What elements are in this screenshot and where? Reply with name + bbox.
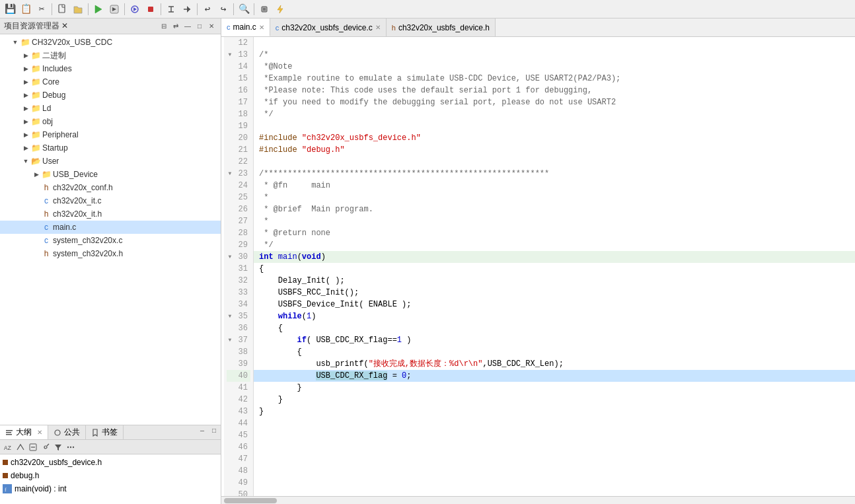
copy-btn[interactable]: 📋 (19, 2, 33, 17)
tab-public[interactable]: 公共 (48, 425, 86, 439)
redo-btn[interactable]: ↪ (216, 2, 231, 17)
outline-item-0[interactable]: ch32v20x_usbfs_device.h (0, 456, 221, 469)
tree-user[interactable]: ▼ 📂 User (0, 155, 221, 168)
hscroll-bar[interactable] (221, 496, 855, 504)
step-into-btn[interactable] (180, 2, 194, 17)
tree-obj[interactable]: ▶ 📁 obj (0, 115, 221, 128)
linenum-25-num: 25 (235, 192, 248, 203)
collapse-37[interactable]: ▼ (227, 334, 233, 346)
tree-arrow-usb-device[interactable]: ▶ (32, 171, 41, 178)
tree-usb-device[interactable]: ▶ 📁 USB_Device (0, 168, 221, 181)
debug-btn[interactable] (128, 2, 142, 17)
tree-file-system-c[interactable]: ▶ c system_ch32v20x.c (0, 234, 221, 247)
tree-ld[interactable]: ▶ 📁 Ld (0, 102, 221, 115)
tab-main-c[interactable]: c main.c ✕ (221, 18, 270, 36)
svg-text:f: f (5, 487, 7, 492)
minimize-btn[interactable]: — (182, 21, 193, 32)
filter-outline-btn[interactable] (53, 442, 63, 452)
tree-label-it-h: ch32v20x_it.h (53, 209, 102, 219)
tab-main-c-close[interactable]: ✕ (259, 24, 264, 31)
tree-file-it-c[interactable]: ▶ c ch32v20x_it.c (0, 194, 221, 207)
linenum-35-num: 35 (235, 310, 248, 322)
tree-arrow-core[interactable]: ▶ (21, 79, 30, 85)
tree-arrow-startup[interactable]: ▶ (21, 145, 30, 151)
tree-file-conf-h[interactable]: ▶ h ch32v20x_conf.h (0, 181, 221, 194)
code-editor[interactable]: 12 ▼13 14 15 16 17 18 19 20 21 22 ▼23 24… (221, 37, 855, 496)
code-content[interactable]: /* *@Note *Example routine to emulate a … (254, 37, 855, 496)
build-btn[interactable] (91, 2, 106, 17)
tree-includes[interactable]: ▶ 📁 Includes (0, 62, 221, 75)
tree-core[interactable]: ▶ 📁 Core (0, 75, 221, 89)
more-outline-btn[interactable] (65, 442, 76, 452)
outline-item-1[interactable]: debug.h (0, 469, 221, 482)
close-panel-btn[interactable]: ✕ (206, 21, 217, 32)
build-all-btn[interactable] (107, 2, 122, 17)
collapse-all-outline-btn[interactable] (28, 442, 38, 452)
linenum-39-num: 39 (235, 358, 248, 370)
sort-alpha-btn[interactable]: AZ (3, 442, 13, 452)
tree-arrow-obj[interactable]: ▶ (21, 118, 30, 125)
step-over-btn[interactable] (164, 2, 178, 17)
sort-type-btn[interactable] (15, 442, 26, 452)
link-editor-btn[interactable]: ⇄ (170, 21, 181, 32)
collapse-23[interactable]: ▼ (227, 168, 233, 180)
collapse-30[interactable]: ▼ (227, 251, 233, 263)
hscroll-thumb[interactable] (224, 498, 277, 503)
tree-file-it-h[interactable]: ▶ h ch32v20x_it.h (0, 207, 221, 221)
linenum-14-num: 14 (235, 61, 248, 73)
undo-btn[interactable]: ↩ (200, 2, 215, 17)
tree-arrow-ld[interactable]: ▶ (21, 105, 30, 112)
code-line-37: if( USB_CDC_RX_flag==1 ) (254, 334, 855, 346)
tree-arrow-peripheral[interactable]: ▶ (21, 131, 30, 138)
tab-usbfs-device-c[interactable]: c ch32v20x_usbfs_device.c ✕ (270, 18, 387, 36)
linenum-21-num: 21 (235, 144, 248, 156)
tree-debug[interactable]: ▶ 📁 Debug (0, 89, 221, 102)
tree-arrow-root[interactable]: ▼ (11, 39, 20, 46)
link-outline-btn[interactable] (40, 442, 51, 452)
tab-bookmark[interactable]: 书签 (86, 425, 124, 439)
collapse-all-btn[interactable]: ⊟ (159, 21, 169, 32)
folder-icon-user: 📂 (30, 157, 41, 166)
outline-maximize-btn[interactable]: □ (209, 425, 219, 436)
collapse-35[interactable]: ▼ (227, 310, 233, 322)
tree-arrow-bin[interactable]: ▶ (21, 52, 30, 59)
linenum-15: 15 (227, 73, 250, 85)
tab-outline[interactable]: 大纲 ✕ (0, 425, 48, 439)
tree-file-main-c[interactable]: ▶ c main.c (0, 221, 221, 234)
stop-btn[interactable] (143, 2, 158, 17)
tree-file-system-h[interactable]: ▶ h system_ch32v20x.h (0, 247, 221, 260)
tree-arrow-includes[interactable]: ▶ (21, 65, 30, 72)
linenum-40: 40 (227, 370, 250, 382)
svg-point-21 (70, 446, 71, 447)
tab-usbfs-device-h[interactable]: h ch32v20x_usbfs_device.h (387, 18, 496, 36)
collapse-13[interactable]: ▼ (227, 49, 233, 61)
tree-binaries[interactable]: ▶ 📁 二进制 (0, 49, 221, 62)
linenum-38: 38 (227, 346, 250, 358)
new-file-btn[interactable] (55, 2, 69, 17)
tree-peripheral[interactable]: ▶ 📁 Peripheral (0, 128, 221, 141)
maximize-btn[interactable]: □ (194, 21, 205, 32)
code-line-46 (254, 441, 855, 453)
outline-tab-close[interactable]: ✕ (37, 429, 42, 436)
save-btn[interactable]: 💾 (3, 2, 17, 17)
linenum-22: 22 (227, 156, 250, 168)
svg-rect-12 (6, 432, 11, 433)
tree-root[interactable]: ▼ 📁 CH32V20x_USB_CDC (0, 36, 221, 49)
search-btn[interactable]: 🔍 (237, 2, 251, 17)
outline-minimize-btn[interactable]: — (197, 425, 207, 436)
chip-btn[interactable] (257, 2, 272, 17)
tree-arrow-debug[interactable]: ▶ (21, 92, 30, 98)
sep4 (161, 3, 161, 15)
tab-usbfs-c-close[interactable]: ✕ (375, 24, 381, 31)
flash-btn[interactable] (273, 2, 287, 17)
linenum-43-num: 43 (235, 406, 248, 417)
open-btn[interactable] (71, 2, 85, 17)
tree-label-core: Core (42, 77, 59, 87)
outline-item-2[interactable]: f main(void) : int (0, 482, 221, 495)
code-line-27: * (254, 215, 855, 227)
tree-startup[interactable]: ▶ 📁 Startup (0, 141, 221, 155)
svg-rect-5 (148, 7, 153, 12)
tree-arrow-user[interactable]: ▼ (21, 158, 30, 164)
linenum-43: 43 (227, 406, 250, 417)
cut-btn[interactable]: ✂️ (34, 2, 49, 17)
